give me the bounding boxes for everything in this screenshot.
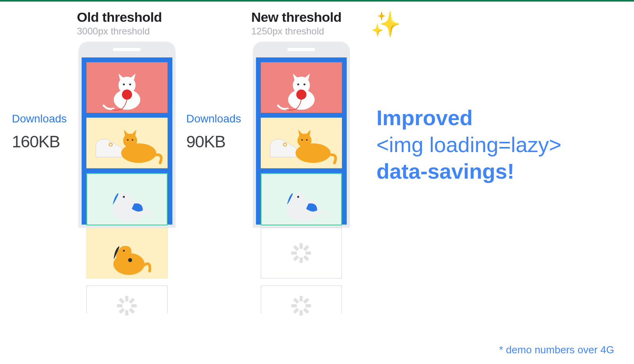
svg-point-26: [297, 196, 299, 198]
new-header: New threshold 1250px threshold: [250, 10, 353, 37]
svg-point-2: [123, 84, 125, 86]
headline: Improved <img loading=lazy> data-savings…: [376, 105, 561, 185]
old-phone-frame: [78, 42, 176, 228]
headline-line1: Improved: [376, 105, 561, 131]
spinner-icon: [291, 243, 311, 263]
svg-point-23: [301, 139, 303, 141]
spinner-icon: [291, 296, 311, 316]
old-subtitle: 3000px threshold: [77, 26, 178, 37]
new-phone-screen: [256, 57, 347, 225]
cat-sneaker-icon: [261, 118, 342, 168]
old-phone-screen: [82, 57, 172, 225]
placeholder-card: [86, 286, 168, 313]
dog-yellow-card: [86, 228, 168, 278]
cat-yarn-card: [86, 62, 168, 113]
dog-blue-card: [86, 173, 168, 225]
svg-point-3: [129, 84, 131, 86]
old-downloads-value: 160KB: [12, 132, 75, 151]
svg-point-8: [127, 139, 128, 141]
new-stats: Downloads 90KB: [186, 112, 250, 151]
new-subtitle: 1250px threshold: [251, 26, 353, 37]
svg-point-9: [132, 139, 133, 141]
old-header: Old threshold 3000px threshold: [75, 10, 178, 37]
sparkle-icon: ✨: [370, 10, 401, 38]
old-downloads-label: Downloads: [12, 112, 75, 125]
old-stats: Downloads 160KB: [12, 112, 75, 151]
dog-blue-icon: [87, 174, 167, 225]
svg-point-13: [128, 258, 132, 262]
new-title: New threshold: [251, 10, 353, 25]
old-column: Old threshold 3000px threshold: [75, 10, 178, 313]
new-below-viewport: [261, 228, 342, 313]
old-below-viewport: [86, 228, 168, 313]
cat-yarn-icon: [261, 63, 342, 112]
svg-point-4: [122, 90, 132, 100]
cat-sneaker-card: [86, 118, 168, 168]
new-downloads-label: Downloads: [186, 112, 250, 125]
old-title: Old threshold: [77, 10, 178, 25]
svg-point-18: [303, 84, 305, 86]
new-phone-frame: [253, 42, 350, 228]
cat-sneaker-card: [261, 118, 342, 168]
dog-blue-icon: [262, 174, 341, 225]
dog-yellow-icon: [87, 228, 167, 278]
svg-point-17: [297, 84, 299, 86]
placeholder-card: [261, 228, 342, 278]
footnote: * demo numbers over 4G: [499, 344, 614, 356]
spinner-icon: [117, 296, 137, 316]
diagram-root: Downloads 160KB Old threshold 3000px thr…: [0, 2, 634, 313]
cat-yarn-icon: [87, 63, 167, 112]
svg-point-11: [123, 196, 125, 198]
svg-point-14: [123, 250, 125, 252]
placeholder-card: [261, 286, 342, 313]
svg-point-19: [296, 90, 306, 100]
new-column: New threshold 1250px threshold: [250, 10, 353, 313]
cat-sneaker-icon: [87, 118, 167, 168]
headline-line2: <img loading=lazy>: [376, 131, 561, 158]
cat-yarn-card: [261, 62, 342, 113]
dog-blue-card: [261, 173, 342, 225]
svg-point-24: [306, 139, 307, 141]
new-downloads-value: 90KB: [186, 132, 250, 151]
headline-line3: data-savings!: [376, 158, 561, 185]
